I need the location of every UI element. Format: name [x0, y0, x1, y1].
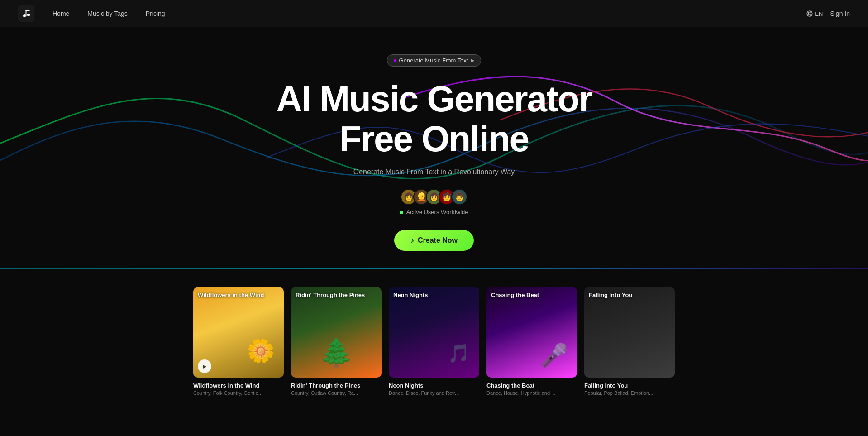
- card-image: Neon Nights: [389, 287, 479, 378]
- nav-pricing[interactable]: Pricing: [146, 10, 165, 17]
- card-image: Wildflowers in the Wind▶: [193, 287, 284, 378]
- nav-home[interactable]: Home: [52, 10, 69, 17]
- card-image: Falling Into You: [584, 287, 675, 378]
- hero-section: Generate Music From Text ▶ AI Music Gene…: [0, 27, 868, 269]
- card-tags: Popular, Pop Ballad, Emotion...: [584, 390, 675, 396]
- card-image-bg: [389, 287, 479, 378]
- music-card[interactable]: Neon NightsNeon NightsDance, Disco, Funk…: [389, 287, 479, 396]
- hero-title: AI Music Generator Free Online: [276, 79, 592, 159]
- sign-in-button[interactable]: Sign In: [830, 10, 850, 17]
- card-tags: Dance, Disco, Funky and Retr...: [389, 390, 479, 396]
- active-dot: [400, 211, 403, 214]
- card-title-overlay: Falling Into You: [589, 292, 632, 298]
- hero-title-line2: Free Online: [339, 119, 529, 159]
- svg-point-5: [809, 11, 811, 16]
- navbar-left: Home Music by Tags Pricing: [18, 5, 165, 22]
- card-title-overlay: Neon Nights: [393, 292, 428, 298]
- active-users-label: Active Users Worldwide: [406, 209, 468, 216]
- create-now-button[interactable]: ♪ Create Now: [394, 230, 474, 251]
- avatars-row: 👩👱👩🧑👨: [401, 189, 467, 205]
- play-button[interactable]: ▶: [198, 359, 211, 373]
- svg-point-1: [27, 14, 30, 16]
- card-name: Wildflowers in the Wind: [193, 382, 284, 389]
- card-image-bg: [486, 287, 577, 378]
- hero-content: Generate Music From Text ▶ AI Music Gene…: [276, 54, 592, 251]
- logo-icon: [18, 5, 34, 22]
- music-card[interactable]: Ridin' Through the PinesRidin' Through t…: [291, 287, 382, 396]
- avatar: 👨: [451, 189, 467, 205]
- card-title-overlay: Ridin' Through the Pines: [296, 292, 365, 298]
- music-card[interactable]: Chasing the BeatChasing the BeatDance, H…: [486, 287, 577, 396]
- card-name: Chasing the Beat: [486, 382, 577, 389]
- navbar: Home Music by Tags Pricing EN Sign In: [0, 0, 868, 27]
- language-selector[interactable]: EN: [806, 10, 823, 17]
- card-name: Ridin' Through the Pines: [291, 382, 382, 389]
- generate-badge[interactable]: Generate Music From Text ▶: [387, 54, 482, 67]
- create-btn-label: Create Now: [418, 236, 458, 244]
- badge-label: Generate Music From Text: [399, 57, 468, 64]
- card-name: Neon Nights: [389, 382, 479, 389]
- card-tags: Country, Folk Country, Gentle...: [193, 390, 284, 396]
- navbar-right: EN Sign In: [806, 10, 850, 17]
- card-image: Ridin' Through the Pines: [291, 287, 382, 378]
- card-image: Chasing the Beat: [486, 287, 577, 378]
- svg-point-0: [23, 14, 26, 17]
- badge-dot: [394, 59, 396, 62]
- music-card[interactable]: Falling Into YouFalling Into YouPopular,…: [584, 287, 675, 396]
- create-btn-icon: ♪: [410, 236, 414, 244]
- badge-arrow: ▶: [471, 57, 474, 63]
- hero-title-line1: AI Music Generator: [276, 79, 592, 119]
- hero-subtitle: Generate Music From Text in a Revolution…: [353, 168, 515, 176]
- svg-rect-3: [26, 10, 30, 11]
- card-tags: Dance, House, Hypnotic and ...: [486, 390, 577, 396]
- card-name: Falling Into You: [584, 382, 675, 389]
- card-title-overlay: Wildflowers in the Wind: [198, 292, 264, 298]
- music-cards-section: Wildflowers in the Wind▶Wildflowers in t…: [0, 269, 868, 423]
- card-tags: Country, Outlaw Country, Ra...: [291, 390, 382, 396]
- logo[interactable]: [18, 5, 34, 22]
- music-card[interactable]: Wildflowers in the Wind▶Wildflowers in t…: [193, 287, 284, 396]
- card-image-bg: [291, 287, 382, 378]
- nav-music-tags[interactable]: Music by Tags: [87, 10, 127, 17]
- lang-label: EN: [815, 10, 823, 17]
- card-image-bg: [584, 287, 675, 378]
- card-title-overlay: Chasing the Beat: [491, 292, 539, 298]
- active-users: Active Users Worldwide: [400, 209, 468, 216]
- svg-point-4: [807, 11, 812, 16]
